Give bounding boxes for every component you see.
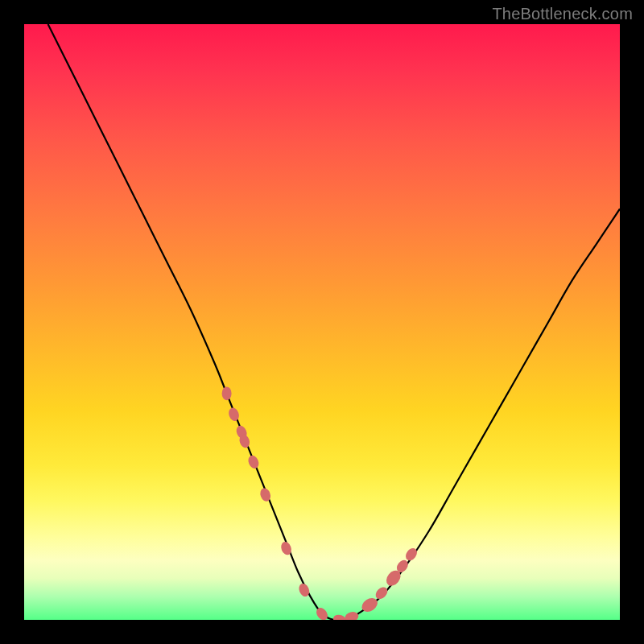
highlight-markers xyxy=(222,386,419,620)
bottleneck-curve-path xyxy=(48,24,620,620)
outer-frame: TheBottleneck.com xyxy=(0,0,644,644)
chart-plot-area xyxy=(24,24,620,620)
marker-dot xyxy=(227,407,241,423)
watermark-text: TheBottleneck.com xyxy=(492,5,633,23)
marker-dot xyxy=(344,610,359,620)
marker-dot xyxy=(374,585,390,601)
marker-dot xyxy=(246,454,261,470)
marker-dot xyxy=(222,386,232,400)
bottleneck-curve-svg xyxy=(24,24,620,620)
